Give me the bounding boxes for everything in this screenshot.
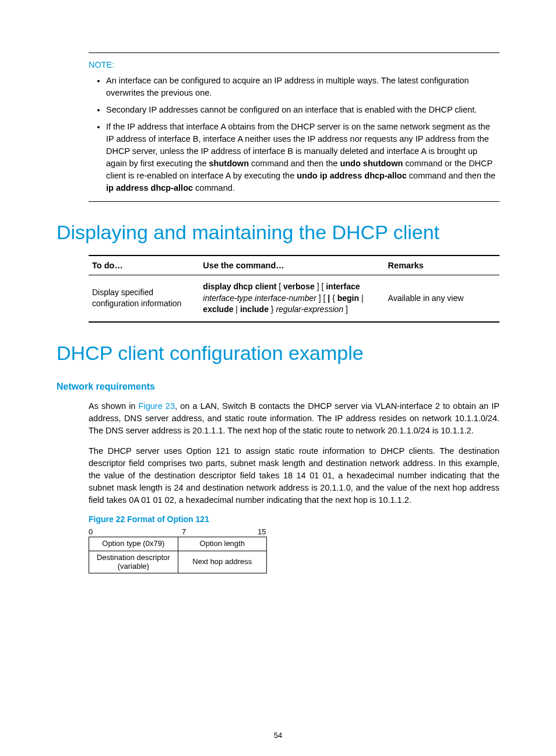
figure-caption: Figure 22 Format of Option 121 bbox=[89, 514, 499, 524]
table-row: Display specified configuration informat… bbox=[89, 275, 499, 321]
subhead-network-req: Network requirements bbox=[57, 382, 499, 392]
fig-cell-dest-descriptor: Destination descriptor(variable) bbox=[89, 551, 178, 573]
ruler-15: 15 bbox=[258, 527, 266, 536]
note-item: An interface can be configured to acquir… bbox=[106, 75, 499, 99]
page-number: 54 bbox=[0, 731, 556, 740]
note-list: An interface can be configured to acquir… bbox=[89, 75, 499, 194]
note-item: If the IP address that interface A obtai… bbox=[106, 121, 499, 194]
paragraph: The DHCP server uses Option 121 to assig… bbox=[89, 445, 499, 506]
heading-displaying: Displaying and maintaining the DHCP clie… bbox=[57, 220, 499, 244]
th-remarks: Remarks bbox=[385, 256, 499, 275]
heading-example: DHCP client configuration example bbox=[57, 341, 499, 365]
th-todo: To do… bbox=[89, 256, 199, 275]
option-121-figure: 0 7 15 Option type (0x79) Option length … bbox=[89, 527, 499, 574]
cell-todo: Display specified configuration informat… bbox=[89, 275, 199, 321]
ruler-0: 0 bbox=[89, 527, 93, 536]
cell-remarks: Available in any view bbox=[385, 275, 499, 321]
paragraph: As shown in Figure 23, on a LAN, Switch … bbox=[89, 400, 499, 437]
fig-cell-next-hop: Next hop address bbox=[178, 551, 267, 573]
note-label: NOTE: bbox=[89, 59, 499, 71]
fig-cell-option-length: Option length bbox=[178, 537, 267, 551]
cell-command: display dhcp client [ verbose ] [ interf… bbox=[199, 275, 384, 321]
th-command: Use the command… bbox=[199, 256, 384, 275]
fig-cell-option-type: Option type (0x79) bbox=[89, 537, 178, 551]
ruler-7: 7 bbox=[182, 527, 186, 536]
note-item: Secondary IP addresses cannot be configu… bbox=[106, 104, 499, 116]
command-table: To do… Use the command… Remarks Display … bbox=[89, 255, 499, 323]
note-box: NOTE: An interface can be configured to … bbox=[89, 52, 499, 202]
figure-ref-link[interactable]: Figure 23 bbox=[139, 401, 175, 411]
